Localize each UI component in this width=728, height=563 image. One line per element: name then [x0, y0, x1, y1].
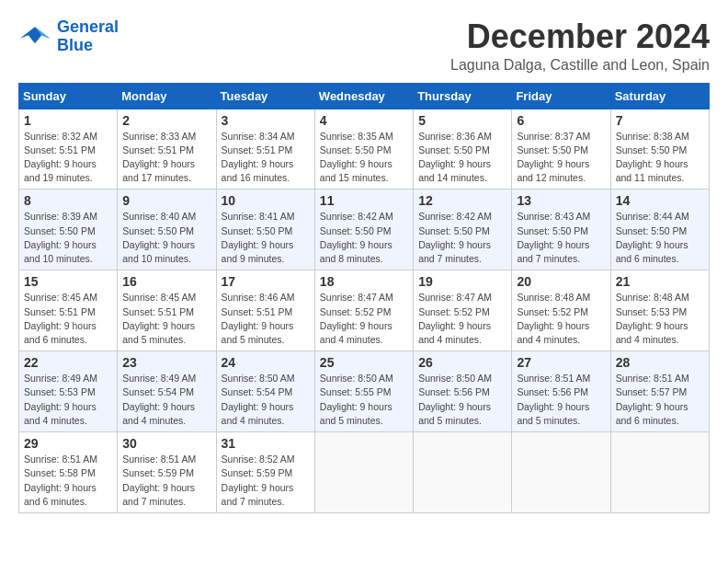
day-info: Sunrise: 8:50 AMSunset: 5:55 PMDaylight:… [320, 372, 408, 428]
day-info: Sunrise: 8:52 AMSunset: 5:59 PMDaylight:… [222, 453, 310, 509]
day-info: Sunrise: 8:42 AMSunset: 5:50 PMDaylight:… [418, 210, 506, 266]
calendar-cell: 11Sunrise: 8:42 AMSunset: 5:50 PMDayligh… [314, 190, 413, 270]
calendar-cell: 10Sunrise: 8:41 AMSunset: 5:50 PMDayligh… [216, 190, 314, 270]
calendar-cell: 29Sunrise: 8:51 AMSunset: 5:58 PMDayligh… [19, 432, 118, 513]
calendar-cell: 28Sunrise: 8:51 AMSunset: 5:57 PMDayligh… [610, 351, 709, 432]
day-number: 14 [616, 193, 704, 208]
day-info: Sunrise: 8:43 AMSunset: 5:50 PMDaylight:… [517, 210, 605, 266]
day-info: Sunrise: 8:40 AMSunset: 5:50 PMDaylight:… [122, 210, 210, 266]
header-friday: Friday [512, 83, 610, 109]
day-info: Sunrise: 8:42 AMSunset: 5:50 PMDaylight:… [320, 210, 408, 266]
calendar-cell: 4Sunrise: 8:35 AMSunset: 5:50 PMDaylight… [314, 109, 413, 190]
calendar-cell: 13Sunrise: 8:43 AMSunset: 5:50 PMDayligh… [512, 190, 610, 270]
header-wednesday: Wednesday [314, 83, 413, 109]
day-number: 26 [418, 355, 506, 370]
calendar-cell: 16Sunrise: 8:45 AMSunset: 5:51 PMDayligh… [118, 270, 216, 351]
day-info: Sunrise: 8:33 AMSunset: 5:51 PMDaylight:… [122, 130, 210, 186]
day-number: 10 [222, 193, 310, 208]
day-info: Sunrise: 8:50 AMSunset: 5:54 PMDaylight:… [222, 372, 310, 428]
calendar-cell: 26Sunrise: 8:50 AMSunset: 5:56 PMDayligh… [414, 351, 512, 432]
day-info: Sunrise: 8:46 AMSunset: 5:51 PMDaylight:… [222, 291, 310, 347]
calendar-cell: 23Sunrise: 8:49 AMSunset: 5:54 PMDayligh… [118, 351, 216, 432]
day-number: 15 [24, 274, 112, 289]
calendar-cell: 7Sunrise: 8:38 AMSunset: 5:50 PMDaylight… [610, 109, 709, 190]
day-number: 27 [517, 355, 605, 370]
header-saturday: Saturday [610, 83, 709, 109]
day-number: 21 [616, 274, 704, 289]
calendar-cell: 2Sunrise: 8:33 AMSunset: 5:51 PMDaylight… [118, 109, 216, 190]
header-thursday: Thursday [414, 83, 512, 109]
calendar-cell: 5Sunrise: 8:36 AMSunset: 5:50 PMDaylight… [414, 109, 512, 190]
calendar-week-row: 8Sunrise: 8:39 AMSunset: 5:50 PMDaylight… [19, 190, 710, 270]
day-number: 30 [122, 436, 210, 451]
title-area: December 2024 Laguna Dalga, Castille and… [450, 18, 710, 74]
page-header: General Blue December 2024 Laguna Dalga,… [18, 18, 710, 74]
calendar-header-row: Sunday Monday Tuesday Wednesday Thursday… [19, 83, 710, 109]
day-number: 7 [616, 113, 704, 128]
day-number: 2 [122, 113, 210, 128]
calendar-cell: 31Sunrise: 8:52 AMSunset: 5:59 PMDayligh… [216, 432, 314, 513]
day-info: Sunrise: 8:35 AMSunset: 5:50 PMDaylight:… [320, 130, 408, 186]
day-info: Sunrise: 8:51 AMSunset: 5:59 PMDaylight:… [122, 453, 210, 509]
header-monday: Monday [118, 83, 216, 109]
calendar-cell: 20Sunrise: 8:48 AMSunset: 5:52 PMDayligh… [512, 270, 610, 351]
logo-icon [18, 23, 51, 51]
day-number: 23 [122, 355, 210, 370]
calendar-title: December 2024 [450, 18, 710, 55]
day-number: 8 [24, 193, 112, 208]
calendar-cell: 24Sunrise: 8:50 AMSunset: 5:54 PMDayligh… [216, 351, 314, 432]
day-number: 20 [517, 274, 605, 289]
day-info: Sunrise: 8:34 AMSunset: 5:51 PMDaylight:… [222, 130, 310, 186]
calendar-cell: 19Sunrise: 8:47 AMSunset: 5:52 PMDayligh… [414, 270, 512, 351]
day-info: Sunrise: 8:51 AMSunset: 5:57 PMDaylight:… [616, 372, 704, 428]
day-number: 9 [122, 193, 210, 208]
calendar-subtitle: Laguna Dalga, Castille and Leon, Spain [450, 57, 710, 74]
calendar-cell: 1Sunrise: 8:32 AMSunset: 5:51 PMDaylight… [19, 109, 118, 190]
day-number: 1 [24, 113, 112, 128]
header-tuesday: Tuesday [216, 83, 314, 109]
calendar-table: Sunday Monday Tuesday Wednesday Thursday… [18, 83, 710, 513]
day-info: Sunrise: 8:45 AMSunset: 5:51 PMDaylight:… [24, 291, 112, 347]
day-number: 6 [517, 113, 605, 128]
day-info: Sunrise: 8:51 AMSunset: 5:58 PMDaylight:… [24, 453, 112, 509]
day-number: 12 [418, 193, 506, 208]
day-number: 4 [320, 113, 408, 128]
calendar-cell: 25Sunrise: 8:50 AMSunset: 5:55 PMDayligh… [314, 351, 413, 432]
calendar-cell: 17Sunrise: 8:46 AMSunset: 5:51 PMDayligh… [216, 270, 314, 351]
day-info: Sunrise: 8:38 AMSunset: 5:50 PMDaylight:… [616, 130, 704, 186]
calendar-cell [314, 432, 413, 513]
calendar-cell: 6Sunrise: 8:37 AMSunset: 5:50 PMDaylight… [512, 109, 610, 190]
day-number: 11 [320, 193, 408, 208]
day-number: 29 [24, 436, 112, 451]
day-info: Sunrise: 8:49 AMSunset: 5:54 PMDaylight:… [122, 372, 210, 428]
day-info: Sunrise: 8:48 AMSunset: 5:53 PMDaylight:… [616, 291, 704, 347]
day-info: Sunrise: 8:32 AMSunset: 5:51 PMDaylight:… [24, 130, 112, 186]
day-info: Sunrise: 8:47 AMSunset: 5:52 PMDaylight:… [320, 291, 408, 347]
day-info: Sunrise: 8:45 AMSunset: 5:51 PMDaylight:… [122, 291, 210, 347]
logo: General Blue [18, 18, 119, 55]
day-info: Sunrise: 8:50 AMSunset: 5:56 PMDaylight:… [418, 372, 506, 428]
day-number: 24 [222, 355, 310, 370]
day-number: 28 [616, 355, 704, 370]
day-info: Sunrise: 8:39 AMSunset: 5:50 PMDaylight:… [24, 210, 112, 266]
day-number: 13 [517, 193, 605, 208]
day-number: 19 [418, 274, 506, 289]
day-number: 3 [222, 113, 310, 128]
calendar-cell [512, 432, 610, 513]
calendar-cell [414, 432, 512, 513]
logo-text: General Blue [57, 18, 119, 55]
day-number: 18 [320, 274, 408, 289]
day-info: Sunrise: 8:48 AMSunset: 5:52 PMDaylight:… [517, 291, 605, 347]
calendar-cell: 22Sunrise: 8:49 AMSunset: 5:53 PMDayligh… [19, 351, 118, 432]
calendar-cell: 9Sunrise: 8:40 AMSunset: 5:50 PMDaylight… [118, 190, 216, 270]
calendar-cell: 14Sunrise: 8:44 AMSunset: 5:50 PMDayligh… [610, 190, 709, 270]
calendar-week-row: 15Sunrise: 8:45 AMSunset: 5:51 PMDayligh… [19, 270, 710, 351]
day-number: 25 [320, 355, 408, 370]
calendar-cell: 15Sunrise: 8:45 AMSunset: 5:51 PMDayligh… [19, 270, 118, 351]
calendar-cell: 3Sunrise: 8:34 AMSunset: 5:51 PMDaylight… [216, 109, 314, 190]
calendar-week-row: 22Sunrise: 8:49 AMSunset: 5:53 PMDayligh… [19, 351, 710, 432]
day-number: 22 [24, 355, 112, 370]
day-number: 17 [222, 274, 310, 289]
day-number: 31 [222, 436, 310, 451]
day-info: Sunrise: 8:36 AMSunset: 5:50 PMDaylight:… [418, 130, 506, 186]
